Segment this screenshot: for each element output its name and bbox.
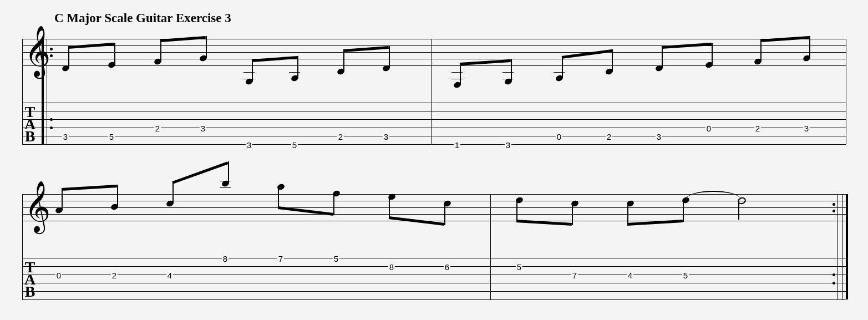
- ledger-line: [603, 65, 615, 66]
- fret-number: 3: [200, 124, 206, 133]
- stem: [297, 56, 298, 78]
- fret-number: 4: [627, 271, 633, 280]
- stem: [68, 46, 69, 68]
- fret-number: 5: [516, 262, 522, 272]
- stem: [562, 56, 563, 78]
- repeat-dot: [50, 118, 53, 121]
- fret-number: 3: [383, 132, 389, 141]
- tab-clef-label: TAB: [24, 106, 35, 143]
- fret-number: 5: [682, 271, 689, 280]
- tie: [686, 191, 741, 200]
- barline-thick: [846, 194, 848, 299]
- tab-clef-label: TAB: [24, 261, 35, 298]
- ledger-line: [289, 65, 300, 66]
- fret-number: 8: [388, 262, 395, 272]
- stem: [278, 187, 279, 209]
- fret-number: 3: [505, 140, 511, 150]
- sheet-music: C Major Scale Guitar Exercise 3 𝄞TAB3523…: [0, 0, 868, 320]
- stem: [683, 200, 684, 222]
- stem: [738, 200, 739, 220]
- fret-number: 3: [246, 140, 252, 150]
- treble-clef-icon: 𝄞: [24, 29, 50, 73]
- tab-letter-b: B: [24, 286, 35, 298]
- tab-letter-b: B: [24, 130, 35, 143]
- barline: [846, 39, 846, 144]
- stem: [809, 36, 810, 58]
- barline: [432, 39, 432, 144]
- ledger-line: [502, 65, 514, 66]
- stem: [228, 161, 229, 184]
- barline: [490, 194, 491, 299]
- fret-number: 3: [656, 132, 662, 141]
- stem: [612, 49, 613, 72]
- repeat-dot: [833, 273, 835, 276]
- fret-number: 0: [556, 132, 562, 141]
- barline: [22, 39, 23, 144]
- ledger-line: [451, 65, 463, 66]
- beam: [62, 185, 117, 191]
- stem: [206, 36, 207, 58]
- stem: [343, 49, 344, 72]
- ledger-line: [243, 72, 255, 73]
- stem: [160, 39, 161, 62]
- ledger-line: [197, 65, 209, 66]
- stem: [460, 63, 461, 85]
- fret-number: 2: [337, 132, 344, 141]
- repeat-dot: [50, 126, 53, 129]
- ledger-line: [554, 72, 565, 73]
- stem: [252, 59, 253, 82]
- fret-number: 6: [444, 262, 450, 272]
- ledger-line: [335, 65, 346, 66]
- ledger-line: [554, 65, 565, 66]
- ledger-line: [289, 72, 300, 73]
- fret-number: 2: [754, 124, 761, 133]
- fret-number: 0: [705, 124, 712, 133]
- fret-number: 3: [62, 132, 69, 141]
- stem: [662, 46, 663, 68]
- ledger-line: [220, 187, 231, 188]
- fret-number: 2: [111, 271, 118, 280]
- stem: [444, 204, 445, 225]
- stem: [172, 181, 174, 204]
- ledger-line: [243, 65, 255, 66]
- repeat-dot: [833, 210, 835, 212]
- ledger-line: [451, 79, 463, 79]
- fret-number: 5: [108, 132, 115, 141]
- fret-number: 2: [154, 124, 161, 133]
- stem: [516, 200, 517, 222]
- fret-number: 5: [333, 254, 339, 263]
- fret-number: 7: [277, 254, 284, 263]
- fret-number: 8: [222, 254, 229, 263]
- stem: [627, 204, 628, 225]
- stem: [712, 43, 713, 65]
- stem: [760, 39, 762, 62]
- fret-number: 1: [454, 140, 460, 150]
- tablature-staff: [22, 103, 846, 144]
- ledger-line: [152, 65, 163, 66]
- stem: [62, 188, 63, 210]
- stem: [333, 194, 334, 215]
- barline: [837, 194, 838, 299]
- repeat-dot: [833, 203, 835, 206]
- ledger-line: [801, 65, 812, 66]
- stem: [389, 46, 390, 68]
- fret-number: 2: [606, 132, 612, 141]
- fret-number: 7: [571, 271, 578, 280]
- fret-number: 0: [55, 271, 62, 280]
- standard-notation-staff: [22, 39, 846, 65]
- fret-number: 4: [166, 271, 173, 280]
- stem: [572, 204, 573, 225]
- fret-number: 5: [291, 140, 298, 150]
- tablature-staff: [22, 258, 846, 299]
- stem: [117, 185, 118, 207]
- stem: [511, 59, 512, 82]
- repeat-dot: [833, 282, 835, 285]
- ledger-line: [752, 65, 763, 66]
- piece-title: C Major Scale Guitar Exercise 3: [54, 11, 231, 26]
- ledger-line: [451, 72, 463, 73]
- stem: [114, 43, 115, 65]
- treble-clef-icon: 𝄞: [24, 184, 50, 228]
- stem: [389, 197, 390, 219]
- barline: [842, 194, 843, 299]
- barline: [22, 194, 23, 299]
